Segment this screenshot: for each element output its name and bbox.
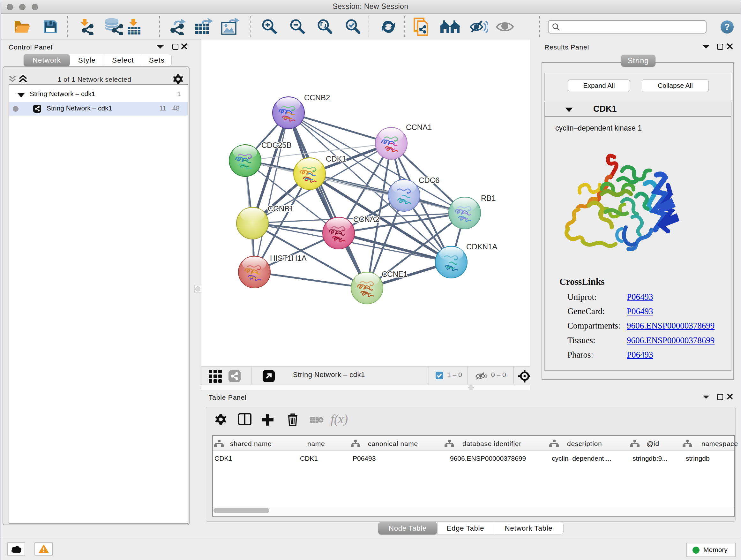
svg-text:CDC25B: CDC25B bbox=[261, 141, 292, 149]
svg-text:CCNA1: CCNA1 bbox=[406, 123, 432, 132]
svg-text:CCNB2: CCNB2 bbox=[304, 93, 330, 102]
svg-text:CDC6: CDC6 bbox=[419, 176, 440, 185]
svg-text:CCNA2: CCNA2 bbox=[353, 215, 379, 224]
svg-text:HIST1H1A: HIST1H1A bbox=[270, 254, 307, 262]
svg-text:CCNE1: CCNE1 bbox=[382, 270, 408, 278]
svg-text:CDKN1A: CDKN1A bbox=[466, 242, 497, 251]
svg-text:RB1: RB1 bbox=[481, 194, 496, 202]
svg-text:CCNB1: CCNB1 bbox=[268, 204, 293, 213]
svg-text:CDK1: CDK1 bbox=[326, 154, 346, 163]
